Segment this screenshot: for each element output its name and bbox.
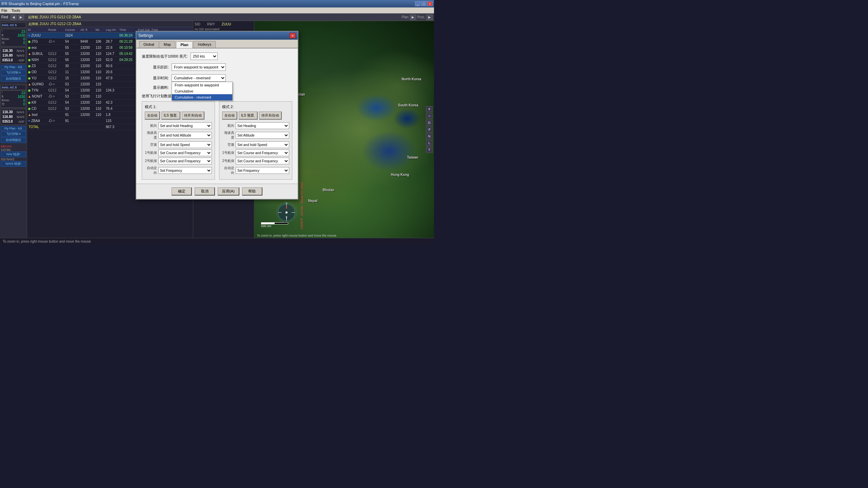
fly-plan-btn[interactable]: Fly Plan - M1 [1,65,26,69]
mode2-speed-row: 空速 Set and hold Speed Set Speed Don't se… [222,141,289,148]
kts-display: 110 kts · [1,148,26,151]
time-select[interactable]: Cumulative - reversed [172,74,226,82]
mode2-toggle-btn[interactable]: 待开关/自动 [259,111,282,120]
map-scale-text: 500 nm [261,224,288,228]
plan-label: Plan [402,15,409,19]
time-dropdown-popup[interactable]: From waypoint to waypoint Cumulative Cum… [172,82,233,101]
menu-tools[interactable]: Tools [12,8,20,13]
mode2-speed-label: 空速 [222,142,234,147]
zoom-in-btn[interactable]: + [426,106,433,112]
nav-toggle-btn[interactable]: N [426,133,433,139]
mode1-ils-btn[interactable]: ILS 预置. [161,111,180,120]
nav2-freq: 116.80 [2,54,13,57]
mode1-alt-select[interactable]: Set and hold Altitude Set Altitude Don't… [158,132,212,139]
mode1-heading-label: 航向 [145,123,157,128]
mode2-auto-btn[interactable]: 全自动 [222,111,237,120]
ft-value: 1630 [18,34,25,37]
nav2-btn[interactable]: NAV2 钮进! [1,161,26,167]
left-panel: Avio. AC 5 ° 23 ft 1630 ft/min 0 节 0 116… [0,21,27,238]
mode1-adf-select[interactable]: Set Frequency Don't set [158,167,212,174]
fly-control2-btn[interactable]: 飞行控制 ≡ [1,131,26,137]
tab-hotkeys[interactable]: Hotkeys [193,41,216,48]
plan-btn[interactable]: ▶ [410,15,416,20]
col-time: Time [119,28,137,32]
tab-global[interactable]: Global [139,41,159,48]
mode2-adf-select[interactable]: Set Frequency Don't set [236,167,289,174]
mode2-alt-select[interactable]: Set Altitude Set and hold Altitude Don't… [236,132,289,139]
knots-value: 0 [23,41,25,45]
col-alt: Alt. ft [80,28,95,32]
settings-close-button[interactable]: × [290,33,296,38]
mode2-nav2-select[interactable]: Set Course and Frequency Set Frequency D… [236,158,289,164]
nav2-section: 116.30 NAV1 116.80 NAV2 0353.0 ADF [1,109,26,125]
avio2-label: Avio. AC 5 [1,85,26,90]
apply-button[interactable]: 应用(A) [218,187,239,196]
mode1-nav2-select[interactable]: Set Course and Frequency Set Frequency D… [158,158,212,164]
cancel-button[interactable]: 取消 [195,187,215,196]
mode2-heading-select[interactable]: Set Heading Set and hold Heading Don't s… [236,122,289,129]
help-button[interactable]: 帮助 [242,187,262,196]
mode1-heading-select[interactable]: Set and hold Heading Set Heading Don't s… [158,122,212,129]
mode2-adf-label: 自动定向 [222,166,234,175]
modes-container: 模式 1: 全自动 ILS 预置. 待开关/自动 航向 Set and hold… [142,101,292,180]
dialog-buttons: 确定 取消 应用(A) 帮助 [136,184,298,199]
top-toolbar: Find ◀ ▶ 起降航 ZUUU JTG G212 CD ZBAA Plan … [0,14,434,21]
prev-button[interactable]: ◀ [11,15,17,20]
label-taiwan: Taiwan [407,156,418,159]
distance-select[interactable]: From waypoint to waypoint Cumulative Cum… [172,63,226,71]
option-cumulative-reversed[interactable]: Cumulative - reversed [172,94,232,100]
speed-limit-row: 速度限制在低于10000 英尺: 250 kts [142,53,292,60]
next-button[interactable]: ▶ [18,15,24,20]
mode1-toggle-btn[interactable]: 待开关/自动 [182,111,205,120]
option-from-waypoint[interactable]: From waypoint to waypoint [172,82,232,88]
mode1-title: 模式 1: [145,104,212,109]
find-label: Find [1,15,8,19]
mode1-auto-btn[interactable]: 全自动 [145,111,160,120]
mode2-heading-label: 航向 [222,123,234,128]
autopilot2-btn[interactable]: 自动驾驶仪 [1,137,26,143]
mode1-speed-select[interactable]: Set and hold Speed Set Speed Don't set [158,141,212,148]
mode2-alt-row: 海拔高度 Set Altitude Set and hold Altitude … [222,130,289,140]
layer-btn[interactable]: L [426,140,433,146]
fly-plan2-btn[interactable]: Fly Plan - M1 [1,126,26,131]
speed-limit-select[interactable]: 250 kts [191,53,218,60]
distance-label: 显示距距: [142,65,169,70]
mode1-nav2-label: 2号航保 [145,159,157,163]
window-controls: _ □ × [415,1,433,6]
maximize-button[interactable]: □ [421,1,427,6]
zoom-reset-btn[interactable]: ↺ [426,126,433,133]
close-button[interactable]: × [427,1,433,6]
ok-button[interactable]: 确定 [172,187,192,196]
speed-label: 340 IAS [1,145,26,148]
tab-plan[interactable]: Plan [176,41,193,48]
mode1-adf-label: 自动定向 [145,166,157,175]
ftmin-label: ft/min [2,37,9,41]
menu-file[interactable]: File [1,8,7,13]
no-sid-text: no SID associated [195,27,253,31]
avio-label: Avio. AC 5 [2,23,25,27]
title-text: IFR Shuangliu to Beijing Capital.pln - F… [1,2,79,6]
mode2-speed-select[interactable]: Set and hold Speed Set Speed Don't set [236,141,289,148]
autopilot-btn[interactable]: 自动驾驶仪 [1,76,26,82]
time-row: 显示时间: Cumulative - reversed From waypoin… [142,74,292,82]
fly-control-btn[interactable]: 飞行控制 ≡ [1,70,26,76]
minimize-button[interactable]: _ [415,1,420,6]
mode1-nav1-select[interactable]: Set Course and Frequency Set Frequency D… [158,149,212,156]
adf-freq: 0353.0 [2,58,13,62]
fuel-label: 显示燃料: [142,85,169,90]
mode2-ils-btn[interactable]: ILS 预置. [239,111,258,120]
mode2-nav1-select[interactable]: Set Course and Frequency Set Frequency D… [236,149,289,156]
time-dropdown-container: Cumulative - reversed From waypoint to w… [172,74,226,82]
nav-btn[interactable]: NAV 钮进! [1,151,26,157]
avio-section: Avio. AC 5 [1,22,26,28]
track-btn[interactable]: T [426,147,433,153]
zoom-fit-btn[interactable]: ⊡ [426,120,433,126]
option-cumulative[interactable]: Cumulative [172,88,232,94]
mode2-title: 模式 2: [222,104,289,109]
label-nepal: Nepal [308,199,317,203]
zoom-out-btn[interactable]: − [426,113,433,119]
label-south-korea: South Korea [398,103,418,107]
proc-btn[interactable]: ▶ [427,15,433,20]
svg-point-8 [285,211,288,214]
tab-map[interactable]: Map [159,41,175,48]
